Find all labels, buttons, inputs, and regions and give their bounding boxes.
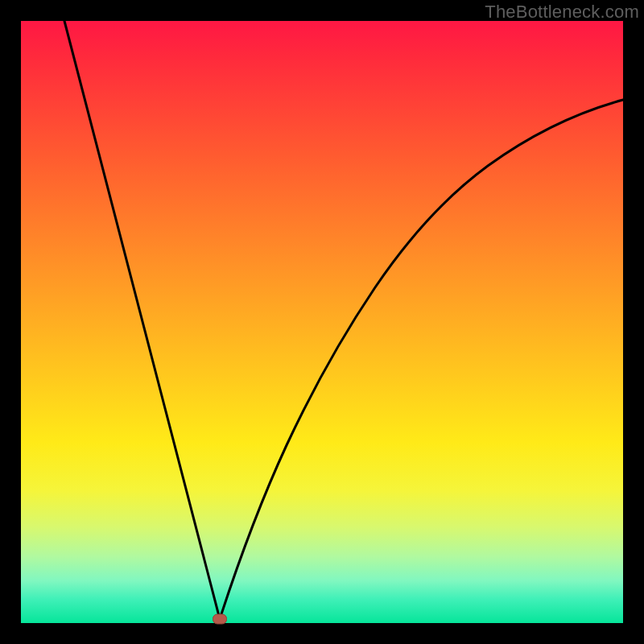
watermark-text: TheBottleneck.com: [485, 2, 639, 23]
chart-frame: TheBottleneck.com: [0, 0, 644, 644]
bottleneck-curve: [21, 21, 623, 623]
curve-path: [64, 21, 623, 619]
minimum-marker: [213, 614, 227, 625]
plot-area: [21, 21, 623, 623]
